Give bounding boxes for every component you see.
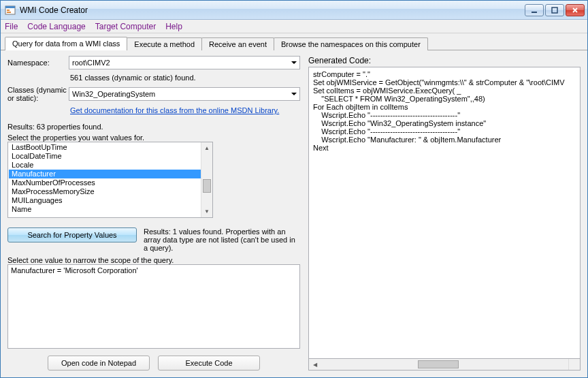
properties-results-label: Results: 63 properties found. [7, 120, 300, 133]
property-item[interactable]: MaxNumberOfProcesses [9, 178, 212, 187]
property-item[interactable]: LocalDateTime [9, 152, 212, 161]
execute-code-button[interactable]: Execute Code [158, 356, 260, 371]
window-controls [525, 4, 585, 16]
property-item[interactable]: Name [9, 205, 212, 214]
close-button[interactable] [566, 4, 585, 16]
menu-help[interactable]: Help [165, 22, 182, 31]
menu-code-language[interactable]: Code Language [27, 22, 85, 31]
scrollbar-corner [568, 359, 580, 370]
menubar: File Code Language Target Computer Help [1, 20, 587, 33]
generated-code-textbox[interactable]: strComputer = "." Set objWMIService = Ge… [308, 67, 581, 359]
msdn-doc-link[interactable]: Get documentation for this class from th… [69, 105, 300, 120]
svg-rect-3 [7, 12, 11, 13]
chevron-down-icon [291, 61, 297, 64]
properties-listbox[interactable]: LastBootUpTimeLocalDateTimeLocaleManufac… [7, 142, 213, 218]
scrollbar-thumb[interactable] [203, 179, 211, 193]
tab-receive-event[interactable]: Receive an event [201, 37, 274, 50]
svg-rect-4 [532, 12, 537, 13]
minimize-button[interactable] [525, 4, 544, 16]
narrow-scope-label: Select one value to narrow the scope of … [7, 256, 300, 264]
namespace-label: Namespace: [7, 59, 69, 67]
code-h-scrollbar[interactable]: ◀ ▶ [308, 359, 581, 371]
svg-rect-5 [552, 7, 557, 13]
listbox-scrollbar[interactable]: ▲ ▼ [201, 142, 212, 217]
maximize-button[interactable] [545, 4, 564, 16]
tab-browse-namespaces[interactable]: Browse the namespaces on this computer [274, 37, 428, 50]
svg-rect-1 [5, 6, 15, 8]
scroll-down-icon[interactable]: ▼ [201, 206, 212, 217]
tab-execute-method[interactable]: Execute a method [127, 37, 202, 50]
chevron-down-icon [291, 93, 297, 95]
left-pane: Namespace: root\CIMV2 561 classes (dynam… [7, 56, 300, 371]
svg-rect-2 [7, 10, 10, 11]
app-window: WMI Code Creator File Code Language Targ… [0, 0, 588, 378]
class-count-label: 561 classes (dynamic or static) found. [69, 72, 300, 86]
tabstrip: Query for data from a WMI class Execute … [1, 33, 587, 50]
value-listbox[interactable]: Manufacturer = 'Microsoft Corporation' [7, 264, 300, 349]
scroll-left-icon[interactable]: ◀ [309, 359, 321, 370]
property-item[interactable]: Locale [9, 161, 212, 170]
titlebar: WMI Code Creator [1, 1, 587, 20]
value-item[interactable]: Manufacturer = 'Microsoft Corporation' [11, 266, 297, 274]
property-item[interactable]: MUILanguages [9, 196, 212, 205]
scrollbar-thumb[interactable] [418, 360, 459, 368]
generated-code-label: Generated Code: [308, 56, 581, 65]
tab-content: Namespace: root\CIMV2 561 classes (dynam… [1, 50, 587, 377]
scroll-up-icon[interactable]: ▲ [201, 142, 212, 154]
search-property-values-button[interactable]: Search for Property Values [7, 227, 137, 242]
right-pane: Generated Code: strComputer = "." Set ob… [308, 56, 581, 371]
tab-query[interactable]: Query for data from a WMI class [5, 37, 127, 50]
menu-file[interactable]: File [5, 22, 18, 31]
window-title: WMI Code Creator [20, 5, 525, 15]
open-in-notepad-button[interactable]: Open code in Notepad [48, 356, 150, 371]
namespace-combo[interactable]: root\CIMV2 [69, 56, 300, 69]
classes-label: Classes (dynamic or static): [7, 86, 69, 102]
classes-combo[interactable]: Win32_OperatingSystem [69, 87, 300, 101]
select-properties-label: Select the properties you want values fo… [7, 133, 300, 142]
values-results-label: Results: 1 values found. Properties with… [144, 227, 300, 252]
namespace-value: root\CIMV2 [72, 59, 110, 67]
property-item[interactable]: Manufacturer [9, 170, 212, 178]
menu-target-computer[interactable]: Target Computer [95, 22, 156, 31]
classes-value: Win32_OperatingSystem [72, 90, 155, 98]
app-icon [5, 5, 16, 16]
property-item[interactable]: MaxProcessMemorySize [9, 187, 212, 196]
property-item[interactable]: LastBootUpTime [9, 143, 212, 152]
